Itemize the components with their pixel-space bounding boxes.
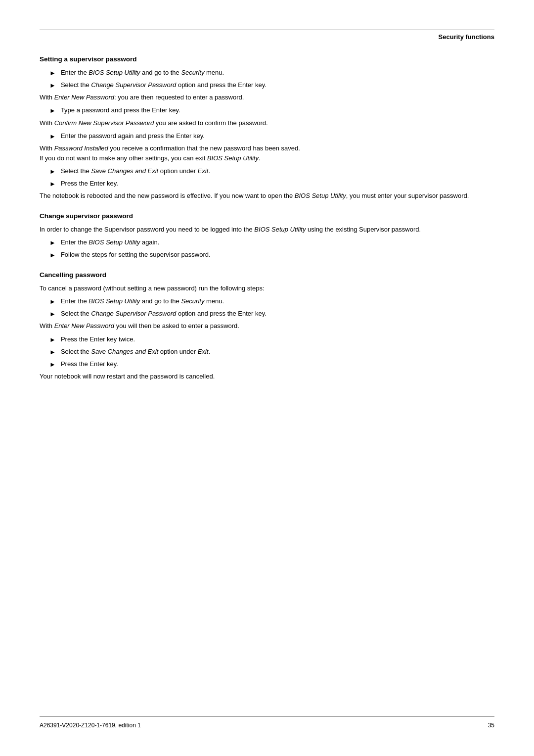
list-item: ► Press the Enter key twice. — [40, 334, 494, 345]
body-text: With Password Installed you receive a co… — [40, 143, 494, 163]
section-title-cancelling: Cancelling password — [40, 271, 494, 279]
page-footer: A26391-V2020-Z120-1-7619, edition 1 35 — [40, 722, 494, 729]
list-item: ► Press the Enter key. — [40, 179, 494, 189]
list-item: ► Enter the password again and press the… — [40, 131, 494, 142]
list-item-text: Press the Enter key. — [61, 359, 118, 369]
list-item: ► Select the Save Changes and Exit optio… — [40, 166, 494, 177]
list-item-text: Press the Enter key. — [61, 179, 118, 189]
section-title-setting: Setting a supervisor password — [40, 55, 494, 63]
setting-bullet-list-2: ► Type a password and press the Enter ke… — [40, 105, 494, 116]
header-rule — [40, 30, 494, 30]
body-text: With Confirm New Supervisor Password you… — [40, 118, 494, 128]
section-header-title: Security functions — [439, 33, 494, 41]
list-item-text: Select the Change Supervisor Password op… — [61, 309, 267, 319]
page-header: Security functions — [40, 30, 494, 41]
bullet-arrow-icon: ► — [49, 167, 56, 177]
bullet-arrow-icon: ► — [49, 81, 56, 91]
list-item-text: Select the Save Changes and Exit option … — [61, 347, 210, 357]
list-item: ► Follow the steps for setting the super… — [40, 250, 494, 260]
section-setting-supervisor-password: Setting a supervisor password ► Enter th… — [40, 55, 494, 201]
body-text: With Enter New Password you will then be… — [40, 321, 494, 331]
setting-bullet-list-4: ► Select the Save Changes and Exit optio… — [40, 166, 494, 189]
list-item: ► Select the Change Supervisor Password … — [40, 309, 494, 319]
bullet-arrow-icon: ► — [49, 132, 56, 142]
footer-rule — [40, 716, 494, 716]
list-item-text: Enter the BIOS Setup Utility and go to t… — [61, 296, 224, 306]
bullet-arrow-icon: ► — [49, 68, 56, 78]
list-item-text: Enter the BIOS Setup Utility again. — [61, 237, 159, 247]
page: Security functions Setting a supervisor … — [0, 0, 534, 756]
bullet-arrow-icon: ► — [49, 360, 56, 370]
list-item-text: Enter the password again and press the E… — [61, 131, 205, 141]
bullet-arrow-icon: ► — [49, 106, 56, 116]
bullet-arrow-icon: ► — [49, 238, 56, 248]
list-item: ► Enter the BIOS Setup Utility and go to… — [40, 68, 494, 78]
bullet-arrow-icon: ► — [49, 347, 56, 357]
bullet-arrow-icon: ► — [49, 179, 56, 189]
content-area: Setting a supervisor password ► Enter th… — [40, 55, 494, 432]
header-area: Security functions — [40, 33, 494, 41]
list-item-text: Type a password and press the Enter key. — [61, 105, 180, 115]
body-text: To cancel a password (without setting a … — [40, 284, 494, 293]
change-bullet-list: ► Enter the BIOS Setup Utility again. ► … — [40, 237, 494, 260]
body-text: With Enter New Password: you are then re… — [40, 93, 494, 102]
footer-right: 35 — [488, 722, 494, 729]
section-cancelling-password: Cancelling password To cancel a password… — [40, 271, 494, 381]
bullet-arrow-icon: ► — [49, 297, 56, 307]
body-text: The notebook is rebooted and the new pas… — [40, 191, 494, 201]
list-item: ► Enter the BIOS Setup Utility and go to… — [40, 296, 494, 307]
list-item-text: Follow the steps for setting the supervi… — [61, 250, 211, 260]
list-item: ► Select the Save Changes and Exit optio… — [40, 347, 494, 357]
setting-bullet-list-3: ► Enter the password again and press the… — [40, 131, 494, 142]
list-item-text: Select the Change Supervisor Password op… — [61, 80, 267, 90]
body-text: In order to change the Supervisor passwo… — [40, 225, 494, 235]
bullet-arrow-icon: ► — [49, 309, 56, 319]
list-item: ► Select the Change Supervisor Password … — [40, 80, 494, 91]
body-text: Your notebook will now restart and the p… — [40, 372, 494, 381]
cancelling-bullet-list-2: ► Press the Enter key twice. ► Select th… — [40, 334, 494, 370]
bullet-arrow-icon: ► — [49, 250, 56, 260]
list-item: ► Type a password and press the Enter ke… — [40, 105, 494, 116]
list-item-text: Enter the BIOS Setup Utility and go to t… — [61, 68, 224, 78]
list-item-text: Press the Enter key twice. — [61, 334, 135, 344]
footer-left: A26391-V2020-Z120-1-7619, edition 1 — [40, 722, 141, 729]
cancelling-bullet-list-1: ► Enter the BIOS Setup Utility and go to… — [40, 296, 494, 319]
bullet-arrow-icon: ► — [49, 335, 56, 345]
setting-bullet-list: ► Enter the BIOS Setup Utility and go to… — [40, 68, 494, 91]
list-item-text: Select the Save Changes and Exit option … — [61, 166, 210, 176]
section-change-supervisor-password: Change supervisor password In order to c… — [40, 212, 494, 260]
list-item: ► Press the Enter key. — [40, 359, 494, 370]
list-item: ► Enter the BIOS Setup Utility again. — [40, 237, 494, 248]
section-title-change: Change supervisor password — [40, 212, 494, 220]
